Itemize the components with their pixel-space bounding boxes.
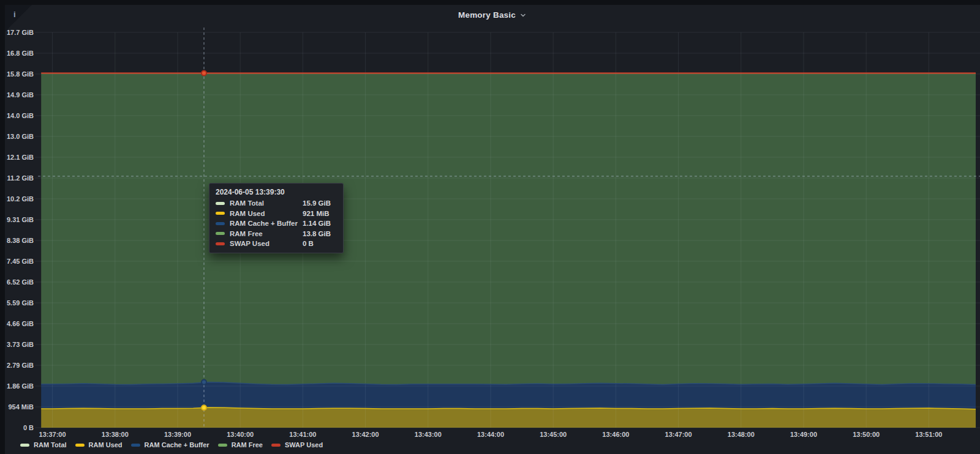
x-axis-label: 13:40:00 <box>227 431 254 438</box>
legend-color-swatch <box>20 444 29 447</box>
tooltip-row: RAM Cache + Buffer1.14 GiB <box>216 220 337 227</box>
x-axis-label: 13:37:00 <box>39 431 66 438</box>
tooltip-series-value: 15.9 GiB <box>303 199 337 207</box>
series-color-swatch <box>216 242 225 245</box>
series-color-swatch <box>216 232 225 235</box>
tooltip-row: RAM Free13.8 GiB <box>216 230 337 237</box>
legend-label[interactable]: RAM Total <box>34 441 67 448</box>
y-axis-label: 9.31 GiB <box>0 215 34 224</box>
x-axis-label: 13:39:00 <box>164 431 191 438</box>
tooltip-row: RAM Used921 MiB <box>216 210 337 217</box>
tooltip-series-value: 0 B <box>303 240 337 247</box>
memory-chart[interactable] <box>0 0 980 454</box>
hover-point <box>202 405 206 410</box>
tooltip-series-value: 13.8 GiB <box>303 230 337 237</box>
legend-item[interactable]: RAM Free <box>218 441 263 448</box>
legend-label[interactable]: RAM Cache + Buffer <box>145 441 209 448</box>
x-axis-label: 13:50:00 <box>853 431 880 438</box>
legend-label[interactable]: RAM Used <box>89 441 123 448</box>
x-axis-label: 13:49:00 <box>790 431 817 438</box>
x-axis-label: 13:41:00 <box>289 431 316 438</box>
y-axis-label: 14.0 GiB <box>0 111 34 120</box>
tooltip-series-value: 1.14 GiB <box>303 220 337 227</box>
legend-item[interactable]: RAM Used <box>75 441 123 448</box>
y-axis-label: 3.73 GiB <box>0 340 34 349</box>
x-axis-label: 13:45:00 <box>540 431 567 438</box>
tooltip-row: SWAP Used0 B <box>216 240 337 247</box>
hover-point <box>202 380 206 385</box>
y-axis-label: 10.2 GiB <box>0 195 34 203</box>
legend-color-swatch <box>271 444 281 447</box>
chart-tooltip: 2024-06-05 13:39:30 RAM Total15.9 GiBRAM… <box>209 183 344 253</box>
y-axis-label: 2.79 GiB <box>0 361 34 370</box>
x-axis-label: 13:46:00 <box>602 431 629 438</box>
legend-color-swatch <box>131 444 140 447</box>
y-axis-label: 16.8 GiB <box>0 49 34 58</box>
y-axis-label: 8.38 GiB <box>0 236 34 245</box>
x-axis-label: 13:44:00 <box>477 431 504 438</box>
hover-point <box>202 71 206 76</box>
y-axis-label: 15.8 GiB <box>0 70 34 78</box>
y-axis-label: 13.0 GiB <box>0 132 34 141</box>
x-axis-label: 13:43:00 <box>415 431 442 438</box>
panel-title[interactable]: Memory Basic <box>458 10 516 20</box>
y-axis-label: 6.52 GiB <box>0 278 34 286</box>
ram-free-area <box>41 73 976 385</box>
legend-color-swatch <box>218 444 227 447</box>
x-axis-label: 13:42:00 <box>352 431 379 438</box>
y-axis-label: 12.1 GiB <box>0 153 34 162</box>
tooltip-series-label: RAM Free <box>230 230 298 237</box>
tooltip-series-label: RAM Cache + Buffer <box>230 220 298 227</box>
series-color-swatch <box>216 212 225 215</box>
tooltip-series-value: 921 MiB <box>303 210 337 217</box>
y-axis-label: 0 B <box>0 423 34 432</box>
x-axis-label: 13:48:00 <box>728 431 755 438</box>
legend-label[interactable]: SWAP Used <box>285 441 323 448</box>
y-axis-label: 5.59 GiB <box>0 299 34 307</box>
legend-item[interactable]: RAM Total <box>20 441 67 448</box>
y-axis-label: 7.45 GiB <box>0 257 34 266</box>
legend-item[interactable]: RAM Cache + Buffer <box>131 441 209 448</box>
y-axis-label: 17.7 GiB <box>0 28 34 37</box>
tooltip-timestamp: 2024-06-05 13:39:30 <box>216 188 337 196</box>
panel-header[interactable]: Memory Basic <box>5 5 980 24</box>
legend-label[interactable]: RAM Free <box>232 441 263 448</box>
tooltip-series-label: SWAP Used <box>230 240 298 247</box>
x-axis-label: 13:38:00 <box>102 431 129 438</box>
legend-item[interactable]: SWAP Used <box>271 441 323 448</box>
series-color-swatch <box>216 222 225 225</box>
tooltip-row: RAM Total15.9 GiB <box>216 199 337 207</box>
info-icon[interactable]: i <box>13 10 16 19</box>
tooltip-rows: RAM Total15.9 GiBRAM Used921 MiBRAM Cach… <box>216 199 337 247</box>
x-axis-label: 13:51:00 <box>915 431 942 438</box>
y-axis-label: 1.86 GiB <box>0 382 34 390</box>
tooltip-series-label: RAM Used <box>230 210 298 217</box>
series-color-swatch <box>216 202 225 205</box>
x-axis-label: 13:47:00 <box>665 431 692 438</box>
legend-color-swatch <box>75 444 85 447</box>
y-axis-label: 14.9 GiB <box>0 91 34 99</box>
chevron-down-icon[interactable] <box>519 12 527 19</box>
grafana-memory-panel-page: i Memory Basic 0 B954 MiB1.86 GiB2.79 Gi… <box>0 0 980 454</box>
ram-used-area <box>41 407 976 428</box>
y-axis-label: 11.2 GiB <box>0 174 34 182</box>
y-axis-label: 4.66 GiB <box>0 319 34 328</box>
legend: RAM TotalRAM UsedRAM Cache + BufferRAM F… <box>20 441 323 448</box>
tooltip-series-label: RAM Total <box>230 199 298 207</box>
y-axis-label: 954 MiB <box>0 403 34 411</box>
